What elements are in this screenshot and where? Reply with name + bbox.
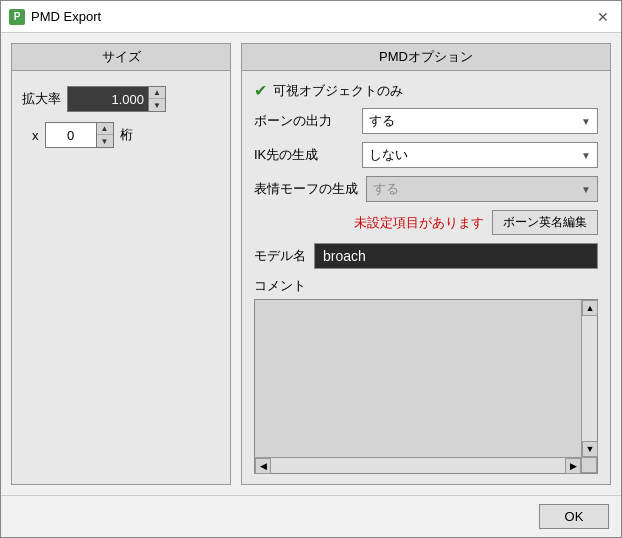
bone-output-row: ボーンの出力 する ▼ bbox=[254, 108, 598, 134]
morph-gen-label: 表情モーフの生成 bbox=[254, 180, 358, 198]
scroll-left-arrow[interactable]: ◀ bbox=[255, 458, 271, 474]
morph-gen-arrow: ▼ bbox=[581, 184, 591, 195]
warning-text: 未設定項目があります bbox=[354, 214, 484, 232]
scale-spinbox[interactable]: ▲ ▼ bbox=[67, 86, 166, 112]
main-window: P PMD Export ✕ サイズ 拡大率 ▲ ▼ bbox=[0, 0, 622, 538]
bone-english-edit-button[interactable]: ボーン英名編集 bbox=[492, 210, 598, 235]
model-name-label: モデル名 bbox=[254, 247, 306, 265]
digit-arrows: ▲ ▼ bbox=[96, 123, 113, 147]
digit-row: x ▲ ▼ 桁 bbox=[22, 122, 220, 148]
title-bar: P PMD Export ✕ bbox=[1, 1, 621, 33]
pmd-options-body: ✔ 可視オブジェクトのみ ボーンの出力 する ▼ IK先の生成 しない bbox=[242, 71, 610, 484]
x-label: x bbox=[32, 128, 39, 143]
digit-down-arrow[interactable]: ▼ bbox=[97, 135, 113, 147]
warning-row: 未設定項目があります ボーン英名編集 bbox=[254, 210, 598, 235]
content-area: サイズ 拡大率 ▲ ▼ x bbox=[1, 33, 621, 495]
ik-gen-label: IK先の生成 bbox=[254, 146, 354, 164]
comment-textarea[interactable] bbox=[255, 300, 581, 457]
scale-up-arrow[interactable]: ▲ bbox=[149, 87, 165, 99]
morph-gen-row: 表情モーフの生成 する ▼ bbox=[254, 176, 598, 202]
ik-gen-dropdown[interactable]: しない ▼ bbox=[362, 142, 598, 168]
size-panel-body: 拡大率 ▲ ▼ x ▲ ▼ bbox=[12, 71, 230, 163]
scale-label: 拡大率 bbox=[22, 90, 61, 108]
visible-only-row: ✔ 可視オブジェクトのみ bbox=[254, 81, 598, 100]
digit-input[interactable] bbox=[46, 123, 96, 147]
model-name-row: モデル名 bbox=[254, 243, 598, 269]
scroll-up-arrow[interactable]: ▲ bbox=[582, 300, 598, 316]
digit-spinbox[interactable]: ▲ ▼ bbox=[45, 122, 114, 148]
size-panel-title: サイズ bbox=[12, 44, 230, 71]
ik-gen-arrow: ▼ bbox=[581, 150, 591, 161]
visible-only-label: 可視オブジェクトのみ bbox=[273, 82, 403, 100]
comment-label: コメント bbox=[254, 277, 598, 295]
ik-gen-value: しない bbox=[369, 146, 408, 164]
comment-area-container: ▲ ▼ ◀ ▶ bbox=[254, 299, 598, 474]
pmd-options-title: PMDオプション bbox=[242, 44, 610, 71]
scroll-track-v bbox=[582, 316, 597, 441]
morph-gen-value: する bbox=[373, 180, 399, 198]
scale-down-arrow[interactable]: ▼ bbox=[149, 99, 165, 111]
window-title: PMD Export bbox=[31, 9, 101, 24]
scroll-corner bbox=[581, 457, 597, 473]
footer: OK bbox=[1, 495, 621, 537]
size-panel: サイズ 拡大率 ▲ ▼ x bbox=[11, 43, 231, 485]
scroll-right-arrow[interactable]: ▶ bbox=[565, 458, 581, 474]
scroll-track-h bbox=[271, 458, 565, 473]
bone-output-value: する bbox=[369, 112, 395, 130]
model-name-input[interactable] bbox=[314, 243, 598, 269]
morph-gen-dropdown[interactable]: する ▼ bbox=[366, 176, 598, 202]
bone-output-label: ボーンの出力 bbox=[254, 112, 354, 130]
vertical-scrollbar[interactable]: ▲ ▼ bbox=[581, 300, 597, 457]
bone-output-dropdown[interactable]: する ▼ bbox=[362, 108, 598, 134]
app-icon: P bbox=[9, 9, 25, 25]
comment-section: コメント ▲ ▼ ◀ ▶ bbox=[254, 277, 598, 474]
digit-up-arrow[interactable]: ▲ bbox=[97, 123, 113, 135]
bone-output-arrow: ▼ bbox=[581, 116, 591, 127]
scale-input[interactable] bbox=[68, 87, 148, 111]
pmd-options-panel: PMDオプション ✔ 可視オブジェクトのみ ボーンの出力 する ▼ bbox=[241, 43, 611, 485]
check-icon[interactable]: ✔ bbox=[254, 81, 267, 100]
scale-row: 拡大率 ▲ ▼ bbox=[22, 86, 220, 112]
ik-gen-row: IK先の生成 しない ▼ bbox=[254, 142, 598, 168]
ok-button[interactable]: OK bbox=[539, 504, 609, 529]
scale-arrows: ▲ ▼ bbox=[148, 87, 165, 111]
scroll-down-arrow[interactable]: ▼ bbox=[582, 441, 598, 457]
title-bar-left: P PMD Export bbox=[9, 9, 101, 25]
keta-label: 桁 bbox=[120, 126, 133, 144]
horizontal-scrollbar[interactable]: ◀ ▶ bbox=[255, 457, 581, 473]
close-button[interactable]: ✕ bbox=[593, 7, 613, 27]
